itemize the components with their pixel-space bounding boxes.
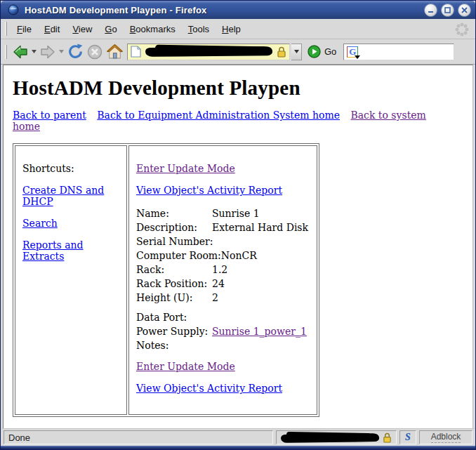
page-content: HostADM Development Playpen Back to pare…: [3, 65, 473, 428]
field-computer-room: Computer Room:NonCR: [136, 249, 308, 263]
google-g-icon[interactable]: G: [347, 46, 358, 58]
object-fields: Name:Sunrise 1 Description:External Hard…: [136, 206, 308, 305]
reload-button[interactable]: [65, 42, 85, 62]
close-button[interactable]: [458, 4, 471, 17]
maximize-button[interactable]: [441, 4, 454, 17]
object-fields-ports: Data Port: Power Supply:Sunrise 1_power_…: [136, 310, 308, 352]
navigation-toolbar: Go G: [1, 39, 475, 65]
forward-dropdown[interactable]: [58, 42, 65, 62]
menubar: File Edit View Go Bookmarks Tools Help: [1, 19, 475, 39]
status-text-panel: Done: [4, 430, 273, 444]
menu-help[interactable]: Help: [216, 21, 247, 37]
breadcrumb-top: Back to parent Back to Equipment Adminis…: [13, 110, 464, 132]
link-view-activity-report-bottom[interactable]: View Object's Activity Report: [136, 383, 282, 394]
proxy-statusbar-button[interactable]: S: [399, 430, 416, 444]
shortcuts-cell: Shortcuts: Create DNS and DHCP Search Re…: [15, 145, 127, 415]
search-input[interactable]: G: [343, 44, 454, 60]
back-icon: [12, 44, 29, 60]
page-title: HostADM Development Playpen: [13, 77, 464, 100]
stop-icon: [86, 44, 103, 60]
link-search[interactable]: Search: [22, 218, 58, 229]
menu-edit[interactable]: Edit: [38, 21, 66, 37]
home-button[interactable]: [105, 42, 124, 62]
field-notes: Notes:: [136, 338, 308, 352]
close-icon: [461, 6, 468, 14]
statusbar: Done S Adblock: [1, 428, 475, 446]
back-button[interactable]: [11, 42, 30, 62]
menu-bookmarks[interactable]: Bookmarks: [124, 21, 182, 37]
object-table: Shortcuts: Create DNS and DHCP Search Re…: [13, 143, 319, 417]
stop-button[interactable]: [85, 42, 105, 62]
field-rack-position: Rack Position:24: [136, 277, 308, 291]
security-panel: [276, 430, 397, 444]
field-height-u: Height (U):2: [136, 291, 308, 305]
browser-window: HostADM Development Playpen - Firefox Fi…: [0, 0, 476, 450]
titlebar: HostADM Development Playpen - Firefox: [1, 1, 475, 19]
field-data-port: Data Port:: [136, 310, 308, 324]
padlock-icon: [383, 432, 392, 443]
field-rack: Rack:1.2: [136, 263, 308, 277]
link-enter-update-mode-bottom[interactable]: Enter Update Mode: [136, 361, 235, 372]
toolbar-grippy[interactable]: [5, 45, 7, 59]
go-icon[interactable]: [308, 45, 321, 58]
field-name: Name:Sunrise 1: [136, 206, 308, 220]
window-title: HostADM Development Playpen - Firefox: [25, 5, 421, 15]
redacted-url: [145, 46, 272, 57]
link-reports-extracts[interactable]: Reports and Extracts: [22, 239, 84, 262]
padlock-icon: [277, 46, 286, 58]
adblock-statusbar-button[interactable]: Adblock: [419, 430, 472, 444]
back-dropdown[interactable]: [30, 42, 38, 62]
minimize-icon: [427, 6, 435, 14]
minimize-button[interactable]: [424, 4, 437, 17]
menu-file[interactable]: File: [11, 21, 38, 37]
link-back-to-parent[interactable]: Back to parent: [13, 110, 86, 121]
adblock-label: Adblock: [431, 432, 461, 443]
field-power-supply: Power Supply:Sunrise 1_power_1: [136, 324, 308, 338]
firefox-globe-icon: [8, 4, 19, 15]
home-icon: [106, 43, 124, 60]
menu-tools[interactable]: Tools: [182, 21, 216, 37]
address-bar[interactable]: [127, 44, 290, 60]
menu-go[interactable]: Go: [98, 21, 123, 37]
page-icon: [131, 46, 141, 58]
link-back-to-equipment-home[interactable]: Back to Equipment Administration System …: [97, 110, 340, 121]
field-serial-number: Serial Number:: [136, 234, 308, 249]
object-detail-cell: Enter Update Mode View Object's Activity…: [128, 145, 317, 415]
field-description: Description:External Hard Disk: [136, 220, 308, 234]
window-bottom-border: [1, 446, 475, 449]
search-engine-dropdown-icon: [355, 55, 360, 59]
menu-view[interactable]: View: [66, 21, 98, 37]
link-power-supply[interactable]: Sunrise 1_power_1: [212, 326, 307, 337]
forward-icon: [39, 44, 56, 60]
redacted-domain: [281, 433, 379, 442]
maximize-icon: [444, 6, 451, 14]
go-button[interactable]: Go: [324, 46, 336, 57]
link-view-activity-report[interactable]: View Object's Activity Report: [136, 185, 282, 196]
link-enter-update-mode[interactable]: Enter Update Mode: [136, 163, 235, 174]
status-text: Done: [8, 432, 30, 443]
link-create-dns-dhcp[interactable]: Create DNS and DHCP: [22, 185, 104, 207]
address-dropdown[interactable]: [291, 44, 302, 60]
proxy-s-icon: S: [405, 432, 411, 443]
throbber-icon: [454, 22, 470, 37]
forward-button[interactable]: [38, 42, 58, 62]
shortcuts-title: Shortcuts:: [22, 163, 118, 174]
reload-icon: [67, 43, 84, 60]
toolbar-grippy[interactable]: [5, 22, 7, 36]
